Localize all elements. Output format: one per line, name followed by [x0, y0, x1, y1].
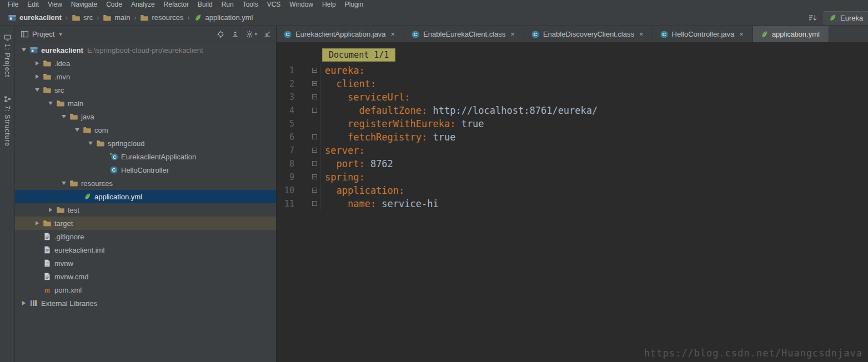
- breadcrumb-main[interactable]: main: [103, 13, 130, 22]
- code-line-7[interactable]: 7−server:: [277, 144, 868, 157]
- close-icon[interactable]: ×: [510, 30, 515, 38]
- collapse-all-icon[interactable]: [231, 30, 239, 38]
- tree-item-external-libraries[interactable]: External Libraries: [15, 296, 276, 310]
- fold-end-icon[interactable]: [312, 108, 317, 113]
- breadcrumb-eurekaclient[interactable]: eurekaclient: [8, 13, 62, 22]
- menu-item-tools[interactable]: Tools: [238, 0, 263, 9]
- tree-item-com[interactable]: com: [15, 123, 276, 137]
- close-icon[interactable]: ×: [639, 30, 644, 38]
- folder-icon: [56, 99, 65, 108]
- tree-item-src[interactable]: src: [15, 83, 276, 97]
- code-line-9[interactable]: 9−spring:: [277, 170, 868, 184]
- locate-icon[interactable]: [217, 30, 225, 38]
- tree-item-pom.xml[interactable]: mpom.xml: [15, 283, 276, 296]
- tree-item-.idea[interactable]: .idea: [15, 57, 276, 70]
- fold-collapse-icon[interactable]: −: [312, 94, 317, 99]
- editor[interactable]: Document 1/1 1−eureka:2− client:3− servi…: [277, 43, 868, 362]
- tree-item-eurekaclient.iml[interactable]: eurekaclient.iml: [15, 243, 276, 257]
- fold-collapse-icon[interactable]: −: [312, 68, 317, 73]
- tree-item-.gitignore[interactable]: .gitignore: [15, 230, 276, 243]
- tree-item-hellocontroller[interactable]: CHelloController: [15, 163, 276, 177]
- chevron-right-icon[interactable]: [46, 208, 55, 212]
- menu-item-help[interactable]: Help: [318, 0, 340, 9]
- run-config-widget[interactable]: Eureka: [824, 11, 868, 24]
- project-view-selector[interactable]: Project ▾: [21, 30, 62, 38]
- menu-item-window[interactable]: Window: [285, 0, 318, 9]
- breadcrumb-application.yml[interactable]: application.yml: [193, 13, 253, 22]
- menu-item-file[interactable]: File: [3, 0, 23, 9]
- breadcrumb-src[interactable]: src: [72, 13, 93, 22]
- chevron-down-icon[interactable]: [73, 128, 82, 132]
- chevron-down-icon[interactable]: [86, 142, 95, 145]
- code-line-4[interactable]: 4 defaultZone: http://localhost:8761/eur…: [277, 104, 868, 117]
- code-line-11[interactable]: 11 name: service-hi: [277, 197, 868, 210]
- code-token-key: fetchRegistry:: [325, 132, 427, 143]
- menu-item-vcs[interactable]: VCS: [263, 0, 285, 9]
- fold-collapse-icon[interactable]: −: [312, 174, 317, 179]
- tree-item-mvnw[interactable]: mvnw: [15, 257, 276, 270]
- tree-item-target[interactable]: target: [15, 217, 276, 230]
- code-line-6[interactable]: 6 fetchRegistry: true: [277, 130, 868, 144]
- tool-button-structure[interactable]: 7: Structure: [3, 93, 11, 149]
- fold-collapse-icon[interactable]: −: [312, 81, 317, 86]
- hide-panel-icon[interactable]: [263, 30, 272, 38]
- code-line-5[interactable]: 5 registerWithEureka: true: [277, 117, 868, 130]
- chevron-down-icon[interactable]: [59, 115, 68, 118]
- svg-text:C: C: [662, 31, 666, 37]
- editor-tab-enableeurekaclient.class[interactable]: CEnableEurekaClient.class×: [404, 26, 524, 42]
- menu-item-plugin[interactable]: Plugin: [340, 0, 368, 9]
- fold-end-icon[interactable]: [312, 134, 317, 139]
- chevron-down-icon[interactable]: [59, 182, 68, 185]
- editor-tab-application.yml[interactable]: application.yml: [753, 26, 829, 42]
- chevron-down-icon[interactable]: [19, 48, 28, 52]
- tree-item-test[interactable]: test: [15, 203, 276, 217]
- close-icon[interactable]: ×: [391, 30, 395, 38]
- tree-item-eurekaclient[interactable]: eurekaclientE:\springboot-cloud-pro\eure…: [15, 43, 276, 57]
- chevron-right-icon[interactable]: [19, 301, 28, 305]
- breadcrumb-resources[interactable]: resources: [140, 13, 183, 22]
- chevron-right-icon[interactable]: [33, 61, 42, 66]
- close-icon[interactable]: ×: [739, 30, 744, 38]
- gutter: −: [294, 144, 320, 157]
- menu-item-code[interactable]: Code: [102, 0, 127, 9]
- fold-collapse-icon[interactable]: −: [312, 188, 317, 193]
- tree-item-mvnw.cmd[interactable]: mvnw.cmd: [15, 270, 276, 283]
- menu-item-analyze[interactable]: Analyze: [127, 0, 159, 9]
- editor-tab-eurekaclientapplication.java[interactable]: CEurekaclientApplication.java×: [277, 26, 404, 42]
- code-text: eureka:: [320, 64, 365, 77]
- tree-item-main[interactable]: main: [15, 97, 276, 110]
- menu-item-edit[interactable]: Edit: [23, 0, 43, 9]
- tree-item-eurekaclientapplication[interactable]: CEurekaclientApplication: [15, 150, 276, 163]
- chevron-down-icon[interactable]: [33, 88, 42, 92]
- chevron-down-icon[interactable]: [46, 102, 55, 105]
- tree-item-resources[interactable]: resources: [15, 177, 276, 190]
- tree-item-.mvn[interactable]: .mvn: [15, 70, 276, 83]
- code-line-2[interactable]: 2− client:: [277, 77, 868, 90]
- editor-tab-hellocontroller.java[interactable]: CHelloController.java×: [653, 26, 753, 42]
- fold-collapse-icon[interactable]: −: [312, 148, 317, 153]
- chevron-right-icon[interactable]: [33, 221, 42, 225]
- maven-icon: m: [43, 285, 52, 294]
- code-line-10[interactable]: 10− application:: [277, 184, 868, 197]
- menu-item-view[interactable]: View: [43, 0, 67, 9]
- menu-item-refactor[interactable]: Refactor: [159, 0, 193, 9]
- chevron-right-icon[interactable]: [33, 74, 42, 79]
- code-line-1[interactable]: 1−eureka:: [277, 64, 868, 77]
- editor-tab-enablediscoveryclient.class[interactable]: CEnableDiscoveryClient.class×: [524, 26, 653, 42]
- document-badge: Document 1/1: [322, 48, 395, 62]
- code-line-8[interactable]: 8 port: 8762: [277, 157, 868, 170]
- code-line-3[interactable]: 3− serviceUrl:: [277, 90, 868, 104]
- settings-icon[interactable]: ▾: [245, 30, 257, 38]
- menu-item-run[interactable]: Run: [217, 0, 238, 9]
- menu-item-build[interactable]: Build: [193, 0, 217, 9]
- fold-end-icon[interactable]: [312, 201, 317, 206]
- tree-item-java[interactable]: java: [15, 110, 276, 123]
- sort-icon[interactable]: [808, 13, 817, 22]
- gutter: −: [294, 90, 320, 104]
- tree-item-application.yml[interactable]: application.yml: [15, 190, 276, 203]
- fold-end-icon[interactable]: [312, 161, 317, 166]
- tool-button-project[interactable]: 1: Project: [3, 32, 11, 80]
- tree-item-springcloud[interactable]: springcloud: [15, 137, 276, 150]
- code-text: serviceUrl:: [320, 90, 410, 104]
- menu-item-navigate[interactable]: Navigate: [67, 0, 102, 9]
